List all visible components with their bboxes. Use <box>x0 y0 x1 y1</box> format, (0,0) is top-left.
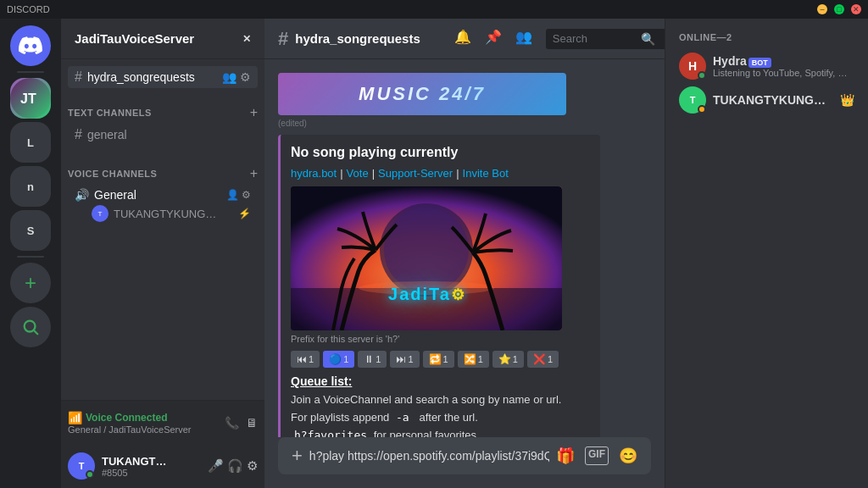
invite-bot-link[interactable]: Invite Bot <box>463 167 509 180</box>
voice-status-row: 📶 Voice Connected General / JadiTauVoice… <box>68 411 258 435</box>
member-item-hydra[interactable]: H HydraBOT Listening to YouTube, Spotify… <box>665 49 868 83</box>
tukang-status-dot <box>698 105 706 114</box>
voice-channel-general[interactable]: 🔊 General 👤 ⚙ T TUKANGTYKUNG… ⚡ <box>68 185 258 227</box>
voice-user-item: T TUKANGTYKUNG… ⚡ <box>75 203 251 224</box>
chat-header: # hydra_songrequests ▶️ = Pause/Resume a… <box>264 19 665 59</box>
channel-name-general: general <box>87 128 127 141</box>
chat-messages: MUSIC 24/7 (edited) No song playing curr… <box>264 59 665 437</box>
voice-channels-label[interactable]: VOICE CHANNELS <box>68 169 157 179</box>
mute-button[interactable]: 🎤 <box>208 458 224 474</box>
server-header[interactable]: JadiTauVoiceServer ✕ <box>61 19 264 59</box>
bell-icon[interactable]: 🔔 <box>454 29 471 49</box>
chat-input-area: + 🎁 GIF 😊 <box>264 437 665 488</box>
edited-label: (edited) <box>278 119 566 128</box>
queue-title: Queue list: <box>291 374 590 388</box>
discord-home-button[interactable] <box>10 25 51 66</box>
channel-hash-icon: # <box>75 69 82 85</box>
voice-user-name: TUKANGTYKUNG… <box>114 208 216 220</box>
chat-main: # hydra_songrequests ▶️ = Pause/Resume a… <box>264 19 665 488</box>
channel-item-general[interactable]: # general <box>68 124 258 146</box>
gift-button[interactable]: 🎁 <box>556 446 575 465</box>
shuffle-button[interactable]: 🔀 1 <box>458 351 489 368</box>
member-info-hydra: HydraBOT Listening to YouTube, Spotify, … <box>713 54 854 78</box>
server-icon-s[interactable]: S <box>10 210 51 251</box>
add-text-channel-button[interactable]: + <box>250 105 258 120</box>
server-icon-n[interactable]: n <box>10 166 51 207</box>
members-icon: 👥 <box>222 70 236 84</box>
hydra-status-dot <box>698 71 706 80</box>
text-channels-label[interactable]: TEXT CHANNELS <box>68 108 152 118</box>
message-group-bot: MUSIC 24/7 (edited) No song playing curr… <box>278 73 651 437</box>
chat-channel-name: hydra_songrequests <box>295 31 420 46</box>
server-letter-l: L <box>27 136 34 149</box>
channel-hash-general-icon: # <box>75 127 82 142</box>
add-server-button[interactable]: + <box>10 263 51 303</box>
stop-button[interactable]: ❌ 1 <box>527 351 559 368</box>
channel-sidebar: JadiTauVoiceServer ✕ # hydra_songrequest… <box>61 19 264 488</box>
blue-button[interactable]: 🔵 1 <box>323 351 354 368</box>
member-info-tukang: TUKANGTYKUNG… <box>713 93 833 107</box>
phone-icon[interactable]: 📞 <box>225 416 239 430</box>
user-discriminator: #8505 <box>102 468 201 478</box>
support-server-link[interactable]: Support-Server <box>378 167 453 180</box>
no-song-title: No song playing currently <box>291 145 590 160</box>
star-button[interactable]: ⭐ 1 <box>492 351 524 368</box>
add-attachment-button[interactable]: + <box>292 445 303 467</box>
voice-user-icons: ⚡ <box>238 208 251 219</box>
prev-button[interactable]: ⏮ 1 <box>291 351 320 368</box>
chat-input[interactable] <box>309 449 549 463</box>
gif-button[interactable]: GIF <box>585 446 609 465</box>
search-input[interactable] <box>553 32 637 45</box>
channel-item-hydra[interactable]: # hydra_songrequests 👥 ⚙ <box>68 66 258 88</box>
server-icon-l[interactable]: L <box>10 122 51 163</box>
online-header: ONLINE—2 <box>665 32 868 49</box>
member-avatar-tukang: T <box>679 86 706 114</box>
voice-connected: 📶 Voice Connected <box>68 411 225 424</box>
server-letter-s: S <box>27 225 35 237</box>
close-btn[interactable]: ✕ <box>851 4 861 14</box>
svg-line-3 <box>34 330 37 334</box>
voice-connected-text: Voice Connected <box>86 412 167 424</box>
user-avatar: T <box>68 452 95 480</box>
member-name-tukang: TUKANGTYKUNG… <box>713 93 833 107</box>
user-settings-button[interactable]: ⚙ <box>247 458 258 474</box>
maximize-btn[interactable]: □ <box>834 4 844 14</box>
members-icon[interactable]: 👥 <box>515 29 532 49</box>
chat-header-hash-icon: # <box>278 28 288 50</box>
emoji-button[interactable]: 😊 <box>619 446 637 465</box>
deafen-button[interactable]: 🎧 <box>227 458 243 474</box>
crown-icon: 👑 <box>840 93 854 107</box>
server-list: JT L n S + <box>0 19 61 488</box>
channel-list: # hydra_songrequests 👥 ⚙ TEXT CHANNELS +… <box>61 59 264 400</box>
app-body: JT L n S + JadiTauVoiceServer ✕ # <box>0 19 868 488</box>
bot-links: hydra.bot | Vote | Support-Server | Invi… <box>291 167 590 180</box>
add-voice-channel-button[interactable]: + <box>250 166 258 181</box>
member-item-tukang[interactable]: T TUKANGTYKUNG… 👑 <box>665 83 868 117</box>
voice-status-bar: 📶 Voice Connected General / JadiTauVoice… <box>61 400 264 444</box>
titlebar: DISCORD – □ ✕ <box>0 0 868 19</box>
screen-share-icon[interactable]: 🖥 <box>246 416 258 430</box>
pin-icon[interactable]: 📌 <box>485 29 502 49</box>
user-controls[interactable]: 🎤 🎧 ⚙ <box>208 458 258 474</box>
prefix-text: Prefix for this server is 'h?' <box>291 334 590 344</box>
discover-servers-button[interactable] <box>10 307 51 347</box>
music-banner-container: MUSIC 24/7 (edited) <box>278 73 566 135</box>
search-icon: 🔍 <box>641 32 655 46</box>
server-icon-jaditau[interactable]: JT <box>10 78 51 119</box>
speaker-icon: 🔊 <box>75 188 89 202</box>
search-bar[interactable]: 🔍 <box>546 29 665 49</box>
channel-icons: 👥 ⚙ <box>222 70 251 84</box>
titlebar-controls[interactable]: – □ ✕ <box>817 4 861 14</box>
member-name-hydra: HydraBOT <box>713 54 854 68</box>
vote-link[interactable]: Vote <box>347 167 369 180</box>
bot-message-card: No song playing currently hydra.bot | Vo… <box>278 135 600 437</box>
repeat-button[interactable]: 🔁 1 <box>423 351 454 368</box>
minimize-btn[interactable]: – <box>817 4 827 14</box>
right-sidebar: ONLINE—2 H HydraBOT Listening to YouTube… <box>665 19 868 488</box>
user-panel: T TUKANGT… #8505 🎤 🎧 ⚙ <box>61 444 264 488</box>
next-button[interactable]: ⏭ 1 <box>390 351 419 368</box>
user-status-dot <box>86 470 94 479</box>
voice-connected-server: General / JadiTauVoiceServer <box>68 424 225 435</box>
pause-button[interactable]: ⏸ 1 <box>358 351 387 368</box>
hydra-bot-link[interactable]: hydra.bot <box>291 167 337 180</box>
